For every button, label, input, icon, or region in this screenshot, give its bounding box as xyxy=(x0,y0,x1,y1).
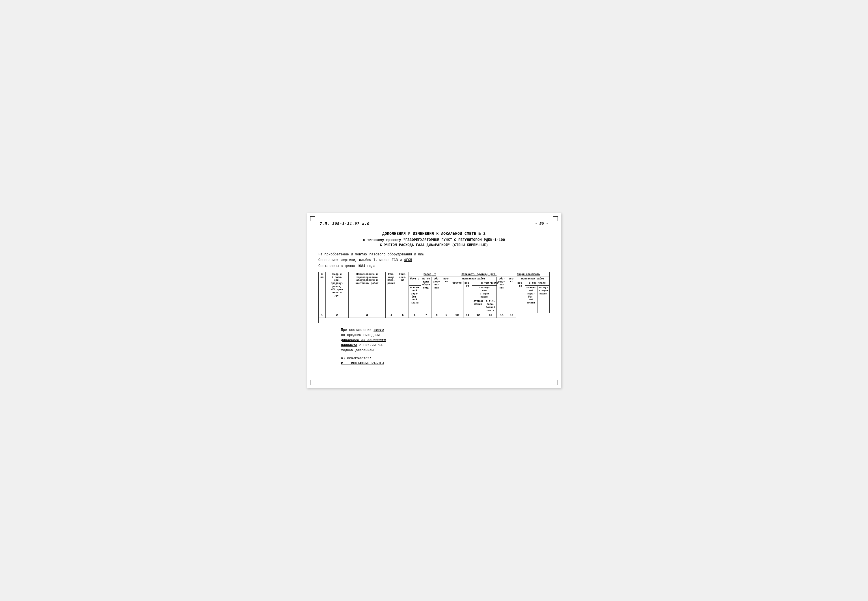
th-obo-mass: обо- рудо- ва- ния xyxy=(431,277,442,313)
col-num-11: 11 xyxy=(463,313,472,317)
col-num-9: 9 xyxy=(442,313,451,317)
th-eksplu: эксплу- ния атации машин xyxy=(472,286,497,299)
content-block: При составлении сметы со средним выходны… xyxy=(318,328,550,365)
th-qty: Коли- чест- во xyxy=(397,272,408,313)
para1-davleniem: давлением из основного xyxy=(341,338,386,342)
th-osnov: основ- ной зара- бот- ной плати xyxy=(408,286,421,313)
col-num-13: 13 xyxy=(484,313,496,317)
title-main: ДОПОЛНЕНИЯ И ИЗМЕНЕНИЯ К ЛОКАЛЬНОЙ СМЕТЕ… xyxy=(318,232,550,236)
corner-tr xyxy=(553,216,558,221)
column-number-row: 1 2 3 4 5 6 7 8 9 10 11 12 13 14 15 xyxy=(319,313,550,317)
corner-br xyxy=(553,380,558,385)
th-osnov2: основ- ной зара- бот- ной плати xyxy=(525,286,537,313)
th-code: Шифр и № пози- ций, предску- раита, УСН,… xyxy=(326,272,349,313)
main-table: № пп Шифр и № пози- ций, предску- раита,… xyxy=(318,272,550,323)
info1-italic: КИП xyxy=(418,253,424,256)
info1-prefix: На приобретение и монтаж газового оборуд… xyxy=(318,253,418,256)
title-sub-line2: С УЧЕТОМ РАСХОДА ГАЗА ДИАФРАГМОЙ" (СТЕНЫ… xyxy=(318,243,550,248)
col-num-15: 15 xyxy=(507,313,516,317)
th-montaj-header: монтажных работ xyxy=(451,277,497,281)
table-wrapper: № пп Шифр и № пози- ций, предску- раита,… xyxy=(318,272,550,323)
section-r-title: Р.I. МОНТАЖНЫЕ РАБОТЫ xyxy=(341,362,550,365)
col-num-14: 14 xyxy=(496,313,507,317)
para1-line4: ходным давлением xyxy=(341,348,373,352)
title-sub-line1: к типовому проекту "ГАЗОРЕГУЛЯТОРНЫЙ ПУН… xyxy=(318,238,550,243)
title-sub: к типовому проекту "ГАЗОРЕГУЛЯТОРНЫЙ ПУН… xyxy=(318,238,550,248)
info-line-1: На приобретение и монтаж газового оборуд… xyxy=(318,252,550,257)
para1-prefix: При составлении xyxy=(341,328,373,332)
para1-line3: с низким вы- xyxy=(357,343,384,347)
th-eksplu2: экспу- атации машин xyxy=(537,286,549,313)
col-num-5: 5 xyxy=(397,313,408,317)
col-num-1: 1 xyxy=(319,313,326,317)
col-num-4: 4 xyxy=(385,313,397,317)
th-name: Наименование и характеристика оборудован… xyxy=(349,272,386,313)
col-num-3: 3 xyxy=(349,313,386,317)
th-vtomchisle2: в том числе xyxy=(525,281,550,286)
th-brutto: брутто xyxy=(408,277,421,286)
document-code: 7.П. 305-1-31.97 а.б xyxy=(320,222,370,226)
col-num-8: 8 xyxy=(431,313,442,317)
page-number: - 50 - xyxy=(535,222,548,226)
header: 7.П. 305-1-31.97 а.б - 50 - xyxy=(318,222,550,226)
th-vsego2: все- го xyxy=(507,277,516,313)
info2-text: Основание: чертежи, альбом I, марка ГСВ … xyxy=(318,258,402,262)
para1-varianta: варианта xyxy=(341,343,357,347)
th-mass-header: Масса, т xyxy=(408,272,451,277)
th-montaj2-header: монтажных работ xyxy=(516,277,549,281)
empty-row xyxy=(319,317,550,323)
th-montaj2-vsego: все- го xyxy=(516,281,525,313)
title-block: ДОПОЛНЕНИЯ И ИЗМЕНЕНИЯ К ЛОКАЛЬНОЙ СМЕТЕ… xyxy=(318,232,550,248)
th-netto: нетто еди- общая ницы xyxy=(421,277,431,313)
para1-line2: со средним выходным xyxy=(341,333,380,337)
th-montaj-vsego: все- го xyxy=(463,281,472,313)
th-vsego-stoimost: все- го xyxy=(442,277,451,313)
header-row-1: № пп Шифр и № пози- ций, предску- раита,… xyxy=(319,272,550,277)
th-obo2: обо- рудо- ва- ния xyxy=(496,277,507,313)
th-vtch: в т.ч. зара- ботной плати xyxy=(484,299,496,313)
col-num-2: 2 xyxy=(326,313,349,317)
col-num-10: 10 xyxy=(451,313,463,317)
col-num-7: 7 xyxy=(421,313,431,317)
para1-smety: сметы xyxy=(373,328,384,332)
corner-bl xyxy=(310,380,315,385)
th-num: № пп xyxy=(319,272,326,313)
col-num-12: 12 xyxy=(472,313,484,317)
th-unit: Еди- ница изме- рония xyxy=(385,272,397,313)
th-brutto2: брутто xyxy=(451,281,463,313)
document-page: 7.П. 305-1-31.97 а.б - 50 - ДОПОЛНЕНИЯ И… xyxy=(307,213,561,388)
section-a-label: а) Исключается: xyxy=(341,356,550,360)
th-eksplu-atac: атации машин xyxy=(472,299,484,313)
content-para-1: При составлении сметы со средним выходны… xyxy=(341,328,550,353)
info2-italic: АГСВ xyxy=(404,258,412,262)
info-block: На приобретение и монтаж газового оборуд… xyxy=(318,252,550,269)
th-stoimost-header: Стоимость единицы, руб. xyxy=(451,272,507,277)
col-num-6: 6 xyxy=(408,313,421,317)
info-line-3: Составлены в ценах 1984 года xyxy=(318,264,550,269)
th-obsh-header: Общая стоимость xyxy=(507,272,550,277)
info-line-2: Основание: чертежи, альбом I, марка ГСВ … xyxy=(318,258,550,263)
corner-tl xyxy=(310,216,315,221)
